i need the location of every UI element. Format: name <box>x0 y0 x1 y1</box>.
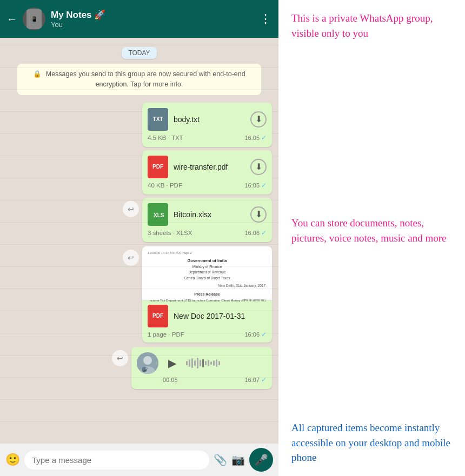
chat-name: My Notes 🚀 <box>51 9 254 21</box>
forward-button-voice[interactable]: ↩ <box>112 350 128 366</box>
time-check: 16:07 ✓ <box>244 376 267 384</box>
voice-duration: 00:05 <box>163 377 178 383</box>
file-row: PDF New Doc 2017-01-31 <box>148 305 267 327</box>
svg-text:🎤: 🎤 <box>143 367 148 372</box>
voice-bubble[interactable]: 🎤 ▶ <box>131 347 272 389</box>
time-check: 16:05 ✓ <box>244 134 267 142</box>
annotation-bottom: All captured items become instantly acce… <box>291 420 452 465</box>
file-meta-xlsx: 3 sheets · XLSX 16:06 ✓ <box>148 229 267 237</box>
back-button[interactable]: ← <box>6 13 17 25</box>
security-notice[interactable]: 🔒 Messages you send to this group are no… <box>17 64 261 95</box>
microphone-button[interactable]: 🎤 <box>249 448 273 472</box>
file-row: TXT body.txt ⬇ <box>148 108 267 131</box>
annotation-top: This is a private WhatsApp group, visibl… <box>291 11 452 41</box>
voice-avatar: 🎤 <box>137 352 158 374</box>
message-bitcoin-xlsx: ↩ XLS Bitcoin.xlsx ⬇ 3 sheets · XLSX <box>6 198 272 242</box>
svg-text:XLS: XLS <box>154 212 164 218</box>
chat-body[interactable]: TODAY 🔒 Messages you send to this group … <box>0 38 278 444</box>
voice-row: 🎤 ▶ <box>137 352 267 374</box>
file-bubble-pdf1[interactable]: PDF wire-transfer.pdf ⬇ 40 KB · PDF 16:0… <box>142 150 272 195</box>
camera-button[interactable]: 📷 <box>231 453 245 466</box>
date-badge: TODAY <box>6 48 272 57</box>
check-icon: ✓ <box>261 376 267 384</box>
file-meta-pdf1: 40 KB · PDF 16:05 ✓ <box>148 182 267 189</box>
time-check: 16:05 ✓ <box>244 182 267 189</box>
voice-meta: 00:05 16:07 ✓ <box>137 376 267 384</box>
lock-icon: 🔒 <box>33 70 42 78</box>
security-text: Messages you send to this group are now … <box>46 70 245 88</box>
file-type-icon-pdf: PDF <box>148 156 168 178</box>
file-meta-txt: 4.5 KB · TXT 16:05 ✓ <box>148 134 267 142</box>
file-name-doc: New Doc 2017-01-31 <box>174 312 267 320</box>
file-bubble-xlsx[interactable]: XLS Bitcoin.xlsx ⬇ 3 sheets · XLSX 16:06… <box>142 198 272 242</box>
time-check: 16:06 ✓ <box>244 331 267 338</box>
file-type-icon-pdf2: PDF <box>148 305 168 327</box>
play-button[interactable]: ▶ <box>163 354 181 372</box>
chat-subtitle: You <box>51 21 254 29</box>
message-body-txt: TXT body.txt ⬇ 4.5 KB · TXT 16:05 ✓ <box>6 103 272 147</box>
message-wire-pdf: PDF wire-transfer.pdf ⬇ 40 KB · PDF 16:0… <box>6 150 272 195</box>
file-type-icon-xlsx: XLS <box>148 203 168 226</box>
time-check: 16:06 ✓ <box>244 229 267 237</box>
download-button-xlsx[interactable]: ⬇ <box>250 206 267 223</box>
file-row: PDF wire-transfer.pdf ⬇ <box>148 156 267 178</box>
check-icon: ✓ <box>261 134 267 142</box>
doc-preview-bubble[interactable]: 11/09/00 14:38 NTPAX Page 2 Government o… <box>142 246 272 343</box>
waveform <box>185 357 267 370</box>
file-type-icon-txt: TXT <box>148 108 168 131</box>
chat-header: ← 📱 My Notes 🚀 You ⋮ <box>0 0 278 38</box>
download-button-txt[interactable]: ⬇ <box>250 111 267 128</box>
avatar-icon: 📱 <box>26 9 42 29</box>
menu-button[interactable]: ⋮ <box>260 12 272 26</box>
avatar: 📱 <box>23 8 45 30</box>
message-new-doc: ↩ 11/09/00 14:38 NTPAX Page 2 Government… <box>6 246 272 343</box>
svg-point-3 <box>143 356 152 365</box>
file-name-pdf1: wire-transfer.pdf <box>174 163 245 171</box>
phone-container: ← 📱 My Notes 🚀 You ⋮ TODAY 🔒 Messages yo… <box>0 0 278 476</box>
doc-bottom: PDF New Doc 2017-01-31 1 page · PDF 16:0… <box>142 300 272 343</box>
file-name-txt: body.txt <box>174 115 245 124</box>
attachment-button[interactable]: 📎 <box>214 453 227 466</box>
annotation-middle: You can store documents, notes, pictures… <box>291 216 452 245</box>
annotation-panel: This is a private WhatsApp group, visibl… <box>278 0 465 476</box>
message-voice: ↩ 🎤 ▶ <box>6 347 272 389</box>
forward-button-doc[interactable]: ↩ <box>123 250 139 266</box>
file-bubble-txt[interactable]: TXT body.txt ⬇ 4.5 KB · TXT 16:05 ✓ <box>142 103 272 147</box>
download-button-pdf1[interactable]: ⬇ <box>250 159 267 175</box>
voice-avatar-image: 🎤 <box>137 352 158 374</box>
check-icon: ✓ <box>261 182 267 189</box>
forward-button[interactable]: ↩ <box>123 201 139 217</box>
input-bar: 🙂 📎 📷 🎤 <box>0 444 278 476</box>
check-icon: ✓ <box>261 229 267 237</box>
check-icon: ✓ <box>261 331 267 338</box>
file-meta-doc: 1 page · PDF 16:06 ✓ <box>148 331 267 338</box>
file-row: XLS Bitcoin.xlsx ⬇ <box>148 203 267 226</box>
doc-preview-image: 11/09/00 14:38 NTPAX Page 2 Government o… <box>142 246 272 300</box>
header-info: My Notes 🚀 You <box>51 9 254 29</box>
emoji-button[interactable]: 🙂 <box>5 453 20 467</box>
file-name-xlsx: Bitcoin.xlsx <box>174 210 245 219</box>
message-input[interactable] <box>24 451 209 470</box>
